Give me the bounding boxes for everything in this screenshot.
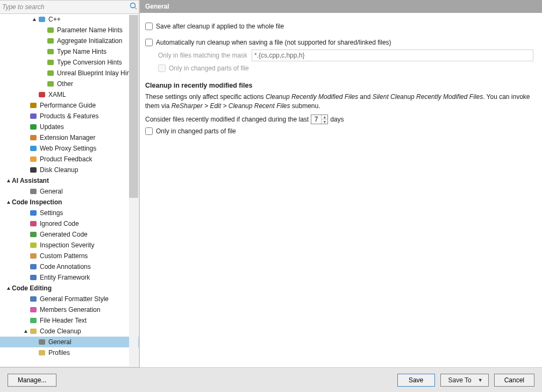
mask-row: Only in files matching the mask [158, 49, 533, 61]
tree-item[interactable]: Profiles [0, 347, 139, 358]
tree-item[interactable]: Generated Code [0, 229, 139, 240]
tree-item-label: Parameter Name Hints [57, 25, 123, 35]
tree-item[interactable]: Disk Cleanup [0, 165, 139, 175]
tree-item[interactable]: Type Conversion Hints [0, 57, 139, 68]
svg-rect-26 [30, 307, 37, 312]
tree-item[interactable]: General [0, 186, 139, 197]
tree-item[interactable]: Type Name Hints [0, 46, 139, 57]
scrollbar[interactable] [129, 15, 138, 366]
tree-item[interactable]: General [0, 337, 139, 347]
tree-item-label: Profiles [48, 347, 70, 358]
node-icon [29, 133, 38, 142]
tree-item[interactable]: Performance Guide [0, 100, 139, 111]
save-button[interactable]: Save [397, 374, 435, 387]
svg-rect-29 [39, 339, 45, 345]
days-up[interactable]: ▲ [321, 115, 327, 120]
svg-rect-19 [30, 221, 37, 226]
caret-icon[interactable]: ▲ [5, 283, 12, 294]
tree-item[interactable]: Entity Framework [0, 272, 139, 283]
caret-icon[interactable]: ▲ [5, 197, 12, 208]
sidebar: ▲C++Parameter Name HintsAggregate Initia… [0, 0, 140, 367]
settings-panel: General Save after cleanup if applied to… [140, 0, 542, 367]
manage-button[interactable]: Manage... [8, 374, 56, 387]
tree-item[interactable]: File Header Text [0, 315, 139, 326]
tree-item[interactable]: Unreal Blueprint Inlay Hints [0, 68, 139, 79]
tree-item[interactable]: Other [0, 79, 139, 89]
svg-rect-2 [39, 17, 45, 22]
days-spinner[interactable]: ▲ ▼ [311, 115, 328, 124]
save-after-cleanup-checkbox[interactable] [145, 23, 153, 30]
only-changed-row-2[interactable]: Only in changed parts of file [145, 127, 533, 135]
days-down[interactable]: ▼ [321, 119, 327, 124]
search-input[interactable] [0, 1, 128, 13]
tree-item[interactable]: ▲Code Cleanup [0, 326, 139, 337]
tree-item[interactable]: Product Feedback [0, 154, 139, 165]
search-icon[interactable] [128, 2, 139, 12]
tree-item-label: AI Assistant [12, 175, 49, 186]
svg-rect-10 [30, 103, 37, 108]
svg-rect-17 [30, 189, 37, 194]
node-icon [46, 58, 55, 67]
tree-item[interactable]: Updates [0, 122, 139, 132]
tree-item[interactable]: Ignored Code [0, 218, 139, 229]
tree-item[interactable]: Custom Patterns [0, 251, 139, 261]
tree-item[interactable]: XAML [0, 89, 139, 100]
svg-rect-20 [30, 232, 37, 237]
tree-item[interactable]: Inspection Severity [0, 240, 139, 251]
tree-item-label: Inspection Severity [40, 240, 94, 251]
caret-icon[interactable]: ▲ [31, 14, 38, 25]
node-icon [29, 252, 38, 260]
only-changed-checkbox-2[interactable] [145, 127, 153, 135]
node-icon [29, 230, 38, 239]
save-after-cleanup-row[interactable]: Save after cleanup if applied to the who… [145, 23, 533, 30]
tree-item[interactable]: ▲Code Editing [0, 283, 139, 294]
mask-input[interactable] [252, 49, 533, 61]
svg-rect-28 [30, 329, 37, 334]
cancel-button[interactable]: Cancel [494, 374, 534, 387]
svg-rect-6 [47, 60, 54, 65]
node-icon [46, 37, 55, 45]
tree-item-label: Unreal Blueprint Inlay Hints [57, 68, 135, 79]
tree-item[interactable]: Web Proxy Settings [0, 143, 139, 154]
tree-item[interactable]: ▲Code Inspection [0, 197, 139, 208]
tree-item[interactable]: ▲C++ [0, 14, 139, 25]
auto-run-cleanup-row[interactable]: Automatically run cleanup when saving a … [145, 39, 533, 46]
node-icon [46, 80, 55, 88]
tree-item[interactable]: ▲AI Assistant [0, 175, 139, 186]
node-icon [38, 338, 46, 346]
svg-rect-25 [30, 296, 37, 302]
tree-item[interactable]: Settings [0, 208, 139, 218]
node-icon [29, 144, 38, 153]
node-icon [29, 305, 38, 314]
svg-rect-24 [30, 275, 37, 280]
svg-point-0 [131, 3, 136, 8]
tree[interactable]: ▲C++Parameter Name HintsAggregate Initia… [0, 14, 139, 367]
tree-item-label: Type Conversion Hints [57, 57, 122, 68]
recent-description: These settings only affect specific acti… [145, 92, 533, 111]
node-icon [29, 241, 38, 250]
node-icon [38, 90, 46, 99]
tree-item[interactable]: Products & Features [0, 111, 139, 122]
consider-post-label: days [330, 116, 344, 123]
tree-item-label: Other [57, 79, 73, 89]
tree-item[interactable]: Extension Manager [0, 132, 139, 143]
tree-item[interactable]: Parameter Name Hints [0, 25, 139, 35]
tree-item-label: C++ [48, 14, 61, 25]
save-to-button[interactable]: Save To ▼ [440, 374, 489, 387]
consider-pre-label: Consider files recently modified if chan… [145, 116, 309, 123]
node-icon [29, 166, 38, 174]
caret-icon[interactable]: ▲ [23, 326, 29, 337]
node-icon [29, 316, 38, 325]
caret-icon[interactable]: ▲ [5, 175, 12, 186]
tree-item-label: Custom Patterns [40, 251, 88, 261]
tree-item[interactable]: Aggregate Initialization [0, 35, 139, 46]
node-icon [29, 273, 38, 282]
svg-rect-15 [30, 156, 37, 162]
node-icon [38, 348, 46, 357]
tree-item[interactable]: Code Annotations [0, 261, 139, 272]
svg-rect-21 [30, 243, 37, 248]
tree-item[interactable]: Members Generation [0, 304, 139, 315]
tree-item[interactable]: General Formatter Style [0, 294, 139, 304]
days-input[interactable] [311, 115, 321, 124]
auto-run-cleanup-checkbox[interactable] [145, 39, 153, 46]
